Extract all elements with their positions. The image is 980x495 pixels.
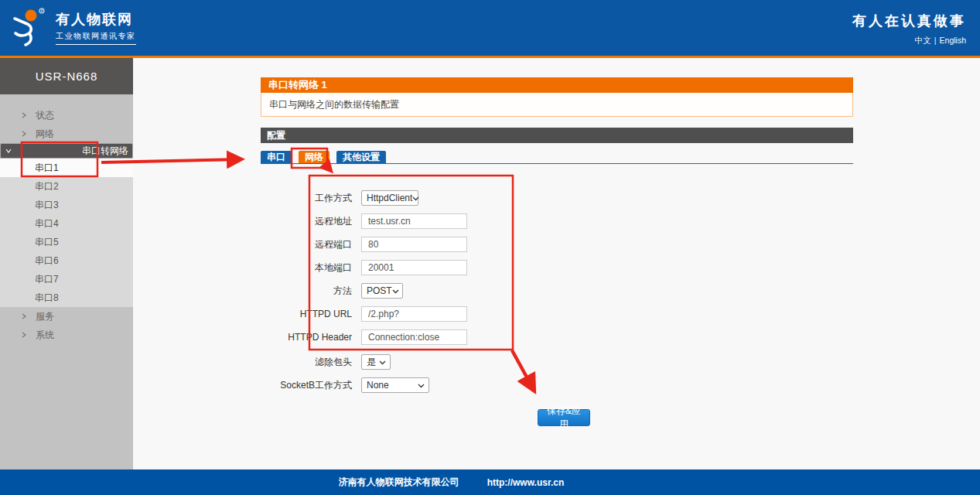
network-config-form: 工作方式 HttpdClient 远程地址 远程端口 本地端口 方法 POST …	[268, 186, 467, 397]
chevron-right-icon	[21, 313, 27, 319]
tab-network[interactable]: 网络	[299, 151, 330, 163]
filter-header-value: 是	[367, 356, 376, 369]
top-header: R 有人物联网 工业物联网通讯专家 有人在认真做事 中文|English	[0, 0, 980, 58]
tab-other-settings[interactable]: 其他设置	[336, 151, 386, 163]
sidebar-item-port3[interactable]: 串口3	[0, 196, 133, 214]
config-tabs: 串口 网络 其他设置	[261, 151, 386, 163]
lang-separator: |	[934, 36, 937, 45]
lang-chinese-link[interactable]: 中文	[915, 36, 931, 45]
sidebar-item-port1[interactable]: 串口1	[0, 159, 133, 177]
tab-underline	[261, 163, 853, 164]
save-apply-button[interactable]: 保存&应用	[538, 409, 590, 426]
chevron-right-icon	[21, 332, 27, 338]
sidebar-item-system[interactable]: 系统	[0, 326, 133, 344]
select-chevron-icon	[379, 357, 386, 367]
sidebar-item-port4[interactable]: 串口4	[0, 214, 133, 233]
sidebar-item-label: 服务	[36, 310, 54, 323]
footer-url[interactable]: http://www.usr.cn	[487, 477, 565, 488]
lang-english-link[interactable]: English	[940, 36, 966, 45]
header-slogan: 有人在认真做事	[852, 12, 966, 30]
sidebar-item-label: 系统	[36, 329, 54, 342]
sidebar-item-port8[interactable]: 串口8	[0, 288, 133, 307]
work-mode-label: 工作方式	[268, 192, 352, 205]
work-mode-select[interactable]: HttpdClient	[361, 190, 418, 206]
sidebar-item-port7[interactable]: 串口7	[0, 270, 133, 288]
page-footer: 济南有人物联网技术有限公司 http://www.usr.cn	[0, 469, 980, 495]
method-select[interactable]: POST	[361, 283, 403, 299]
usr-person-logo-icon: R	[11, 7, 48, 50]
remote-address-input[interactable]	[361, 213, 467, 229]
footer-company: 济南有人物联网技术有限公司	[339, 476, 459, 489]
sidebar-item-serial2net[interactable]: 串口转网络	[0, 143, 133, 159]
language-switcher: 中文|English	[852, 36, 966, 46]
filter-header-label: 滤除包头	[268, 356, 352, 369]
method-value: POST	[367, 285, 392, 296]
filter-header-select[interactable]: 是	[361, 354, 391, 370]
sidebar-item-port2[interactable]: 串口2	[0, 177, 133, 196]
select-chevron-icon	[392, 285, 399, 296]
remote-port-input[interactable]	[361, 237, 467, 252]
sidebar-item-port6[interactable]: 串口6	[0, 251, 133, 270]
select-chevron-icon	[412, 193, 419, 203]
remote-address-label: 远程地址	[268, 215, 352, 228]
method-label: 方法	[268, 285, 352, 298]
brand-logo: R 有人物联网 工业物联网通讯专家	[11, 7, 136, 50]
sidebar-item-network[interactable]: 网络	[0, 125, 133, 143]
local-port-label: 本地端口	[268, 261, 352, 275]
brand-tagline: 工业物联网通讯专家	[56, 31, 136, 45]
httpd-url-input[interactable]	[361, 306, 467, 322]
socketb-mode-select[interactable]: None	[361, 377, 429, 393]
chevron-right-icon	[21, 131, 27, 137]
sidebar-item-port5[interactable]: 串口5	[0, 233, 133, 251]
sidebar-item-label: 状态	[36, 109, 54, 122]
page-description: 串口与网络之间的数据传输配置	[261, 93, 853, 117]
device-model-title: USR-N668	[0, 58, 133, 94]
httpd-url-label: HTTPD URL	[268, 309, 352, 319]
local-port-input[interactable]	[361, 260, 467, 275]
socketb-mode-value: None	[367, 380, 389, 391]
sidebar-item-label: 网络	[36, 128, 54, 141]
socketb-mode-label: SocketB工作方式	[268, 379, 352, 392]
section-title: 配置	[261, 128, 853, 143]
select-chevron-icon	[418, 380, 425, 391]
httpd-header-input[interactable]	[361, 329, 467, 345]
work-mode-value: HttpdClient	[367, 193, 412, 203]
brand-name: 有人物联网	[56, 12, 136, 26]
serial2net-submenu: 串口1 串口2 串口3 串口4 串口5 串口6 串口7 串口8	[0, 159, 133, 307]
page-title: 串口转网络 1	[261, 77, 853, 93]
httpd-header-label: HTTPD Header	[268, 332, 352, 343]
sidebar-item-status[interactable]: 状态	[0, 106, 133, 125]
sidebar-item-label: 串口转网络	[82, 145, 128, 158]
tab-serial[interactable]: 串口	[261, 151, 292, 163]
sidebar-item-service[interactable]: 服务	[0, 307, 133, 326]
remote-port-label: 远程端口	[268, 238, 352, 251]
chevron-right-icon	[21, 112, 27, 118]
chevron-down-icon	[5, 148, 12, 154]
sidebar: USR-N668 状态 网络 串口转网络 串口1 串口2 串口3 串口4 串口5…	[0, 58, 133, 469]
